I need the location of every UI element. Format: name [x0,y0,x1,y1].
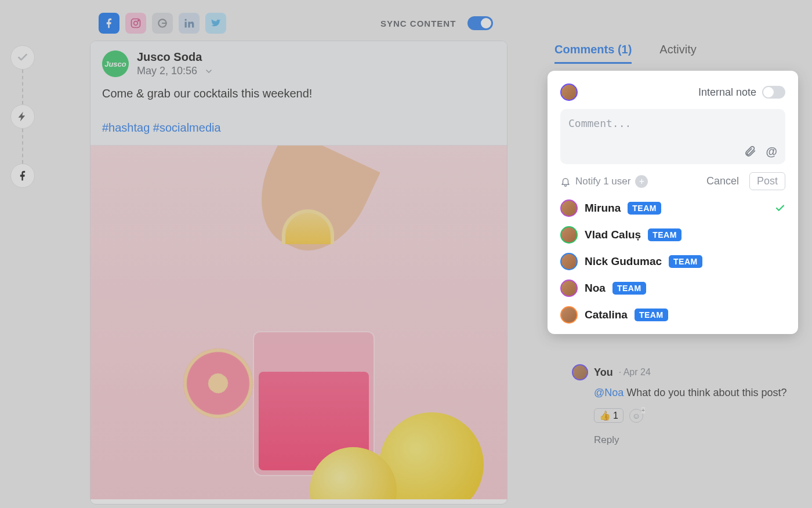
notify-users[interactable]: Notify 1 user + [560,175,648,188]
social-network-row [99,13,226,34]
status-bolt-icon[interactable] [10,104,35,129]
reaction-pill[interactable]: 👍 1 [594,408,624,423]
team-badge: TEAM [628,202,661,215]
team-badge: TEAM [612,282,646,295]
notify-user-list: MirunaTEAMVlad CalușTEAMNick GudumacTEAM… [560,199,785,324]
team-badge: TEAM [669,255,702,268]
comment-input-box[interactable]: @ [560,109,785,164]
chevron-down-icon[interactable] [204,67,213,76]
check-icon [775,203,785,213]
svg-point-1 [134,21,138,26]
tab-comments[interactable]: Comments (1) [554,43,632,64]
user-name: Vlad Caluș [585,228,641,241]
comment-body: @Noa What do you think about this post? [594,385,792,400]
post-date[interactable]: May 2, 10:56 [137,65,213,77]
svg-point-2 [138,20,139,21]
facebook-icon[interactable] [99,13,119,34]
tab-activity[interactable]: Activity [659,43,696,64]
attachment-icon[interactable] [744,145,756,158]
left-status-rail [8,45,37,188]
toggle-on-icon[interactable] [467,16,493,30]
status-approved-icon[interactable] [10,45,35,70]
sync-content-toggle[interactable]: SYNC CONTENT [380,16,493,30]
avatar [560,199,578,217]
post-header: Jusco Jusco Soda May 2, 10:56 Come & gra… [90,41,507,146]
account-avatar: Jusco [102,50,129,77]
notify-user-row[interactable]: Nick GudumacTEAM [560,253,785,270]
google-icon[interactable] [152,13,173,34]
comment-date: · Apr 24 [619,367,651,378]
comment-text: What do you think about this post? [624,387,786,398]
bell-icon [560,176,571,187]
instagram-icon[interactable] [125,13,146,34]
comment-input[interactable] [568,117,777,143]
comment-author: You [594,367,613,379]
internal-note-label: Internal note [698,86,756,99]
user-name: Nick Gudumac [585,255,662,268]
add-reaction-icon[interactable]: ☺ [629,409,643,423]
right-tabs: Comments (1) Activity [554,43,697,64]
notify-user-row[interactable]: Vlad CalușTEAM [560,226,785,244]
user-name: Noa [585,282,606,295]
mention[interactable]: @Noa [594,387,624,398]
comment-compose-panel: Internal note @ Notify 1 user + Cancel P… [548,71,798,334]
post-body-text[interactable]: Come & grab our cocktails this weekend! [102,85,495,101]
notify-user-row[interactable]: NoaTEAM [560,280,785,297]
rail-connector [22,129,23,164]
user-name: Catalina [585,309,628,321]
internal-note-toggle[interactable] [762,86,785,99]
notify-user-row[interactable]: MirunaTEAM [560,199,785,217]
svg-rect-4 [185,22,187,28]
cancel-button[interactable]: Cancel [706,175,739,187]
post-image [90,146,507,499]
twitter-icon[interactable] [205,13,226,34]
avatar [560,253,578,270]
post-button[interactable]: Post [749,172,785,190]
channel-facebook-icon[interactable] [10,164,35,188]
user-name: Miruna [585,202,621,215]
post-hashtags[interactable]: #hashtag #socialmedia [102,121,495,135]
account-name: Jusco Soda [137,50,213,64]
reply-button[interactable]: Reply [594,434,792,446]
linkedin-icon[interactable] [179,13,200,34]
thumbs-up-icon: 👍 [599,410,611,421]
avatar [560,280,578,297]
sync-content-label: SYNC CONTENT [380,19,456,28]
mention-icon[interactable]: @ [766,145,777,158]
current-user-avatar [560,84,578,101]
notify-user-row[interactable]: CatalinaTEAM [560,306,785,324]
team-badge: TEAM [635,309,668,321]
add-notify-user-icon[interactable]: + [635,175,648,188]
comment-item: You · Apr 24 @Noa What do you think abou… [572,364,792,446]
avatar [560,306,578,324]
post-card: Jusco Jusco Soda May 2, 10:56 Come & gra… [90,41,507,505]
avatar [560,226,578,244]
rail-connector [22,70,23,104]
reaction-count: 1 [613,411,618,421]
notify-text: Notify 1 user [575,176,630,187]
team-badge: TEAM [648,228,682,241]
svg-point-5 [185,19,187,21]
post-date-text: May 2, 10:56 [137,65,197,77]
avatar [572,364,588,380]
